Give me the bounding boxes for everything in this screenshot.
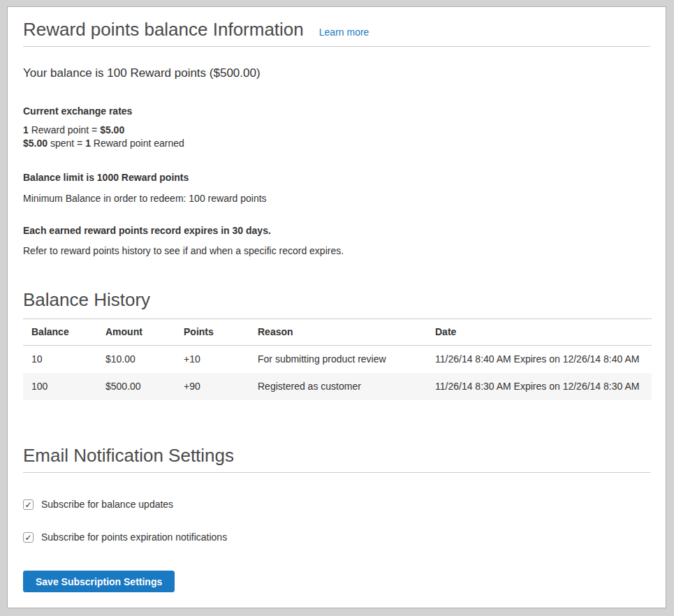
rate1-points: 1	[23, 124, 29, 135]
save-subscription-settings-button[interactable]: Save Subscription Settings	[23, 571, 175, 592]
email-notification-heading: Email Notification Settings	[23, 446, 234, 465]
page-header: Reward points balance Information Learn …	[23, 20, 650, 47]
rate1-value: $5.00	[100, 124, 124, 135]
balance-history-table: Balance Amount Points Reason Date 10 $10…	[23, 318, 652, 400]
cell-amount: $10.00	[97, 346, 175, 374]
subscribe-balance-updates-option: ✓ Subscribe for balance updates	[23, 498, 650, 511]
cell-date: 11/26/14 8:30 AM Expires on 12/26/14 8:3…	[427, 373, 652, 400]
expiration-policy-text: Each earned reward points record expires…	[23, 224, 650, 237]
checkmark-icon: ✓	[24, 533, 31, 541]
exchange-rates-heading: Current exchange rates	[23, 105, 650, 118]
subscribe-balance-updates-checkbox[interactable]: ✓	[23, 499, 34, 510]
balance-summary: Your balance is 100 Reward points ($500.…	[23, 66, 650, 81]
table-row: 100 $500.00 +90 Registered as customer 1…	[23, 373, 652, 400]
balance-history-heading: Balance History	[23, 290, 650, 309]
checkmark-icon: ✓	[24, 500, 31, 508]
exchange-rate-line-1: 1 Reward point = $5.00	[23, 124, 650, 137]
column-header-balance: Balance	[23, 319, 97, 346]
column-header-points: Points	[175, 319, 249, 346]
reward-points-panel: Reward points balance Information Learn …	[7, 6, 666, 608]
cell-balance: 100	[23, 373, 97, 400]
cell-reason: For submitting product review	[249, 346, 427, 374]
balance-limit-text: Balance limit is 1000 Reward points	[23, 171, 650, 184]
rate2-points: 1	[85, 138, 91, 149]
cell-amount: $500.00	[97, 373, 175, 400]
subscribe-expiration-notifications-option: ✓ Subscribe for points expiration notifi…	[23, 531, 650, 544]
table-header-row: Balance Amount Points Reason Date	[23, 319, 652, 346]
rate2-value: $5.00	[23, 138, 47, 149]
rate2-middle: spent =	[47, 138, 85, 149]
rate2-suffix: Reward point earned	[91, 138, 184, 149]
column-header-amount: Amount	[97, 319, 175, 346]
column-header-date: Date	[427, 319, 652, 346]
cell-reason: Registered as customer	[249, 373, 427, 400]
learn-more-link[interactable]: Learn more	[319, 27, 369, 38]
minimum-balance-text: Minimum Balance in order to redeem: 100 …	[23, 192, 650, 205]
subscribe-expiration-notifications-label[interactable]: Subscribe for points expiration notifica…	[41, 531, 227, 544]
cell-points: +10	[175, 346, 249, 374]
cell-date: 11/26/14 8:40 AM Expires on 12/26/14 8:4…	[427, 346, 652, 374]
rate1-middle: Reward point =	[29, 124, 100, 135]
expiration-note-text: Refer to reward points history to see if…	[23, 244, 650, 258]
subscribe-expiration-notifications-checkbox[interactable]: ✓	[23, 532, 34, 543]
cell-balance: 10	[23, 346, 97, 374]
exchange-rates-block: 1 Reward point = $5.00 $5.00 spent = 1 R…	[23, 124, 650, 150]
table-row: 10 $10.00 +10 For submitting product rev…	[23, 346, 652, 374]
email-notification-header: Email Notification Settings	[23, 446, 650, 473]
subscribe-balance-updates-label[interactable]: Subscribe for balance updates	[41, 498, 173, 511]
cell-points: +90	[175, 373, 249, 400]
page-title: Reward points balance Information	[23, 20, 304, 39]
exchange-rate-line-2: $5.00 spent = 1 Reward point earned	[23, 137, 650, 150]
column-header-reason: Reason	[249, 319, 427, 346]
